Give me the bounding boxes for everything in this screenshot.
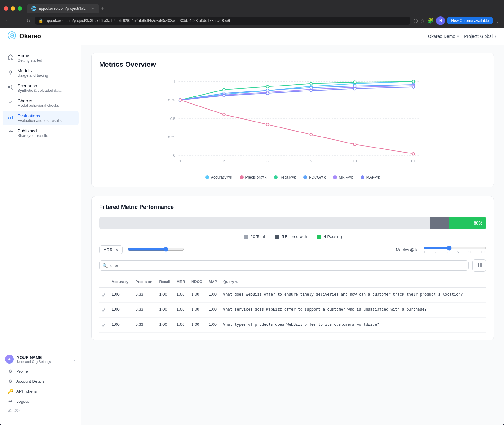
api-tokens-icon: 🔑	[8, 388, 13, 394]
window-controls[interactable]	[4, 6, 22, 11]
topbar-right: Okareo Demo ▾ Project: Global ▾	[428, 34, 496, 39]
filter-chip-remove[interactable]: ✕	[115, 247, 119, 252]
back-button[interactable]: ←	[4, 17, 11, 25]
project-selector[interactable]: Project: Global ▾	[464, 34, 496, 39]
reload-button[interactable]: ↻	[25, 17, 32, 25]
stat-total: 20 Total	[244, 234, 265, 239]
search-input[interactable]	[99, 260, 469, 271]
tab-close-button[interactable]: ✕	[91, 6, 95, 11]
home-icon	[8, 54, 14, 60]
sidebar-sub-profile[interactable]: ⚙ Profile	[3, 366, 79, 376]
sidebar-item-models[interactable]: Models Usage and tracing	[3, 66, 79, 80]
svg-rect-9	[10, 117, 11, 119]
svg-rect-10	[12, 116, 13, 119]
search-wrap: 🔍	[99, 260, 469, 271]
minimize-button[interactable]	[11, 6, 15, 11]
row-expand-0[interactable]: ⤢	[102, 292, 106, 298]
new-chrome-button[interactable]: New Chrome available	[447, 17, 493, 24]
share-button[interactable]: ⬡	[414, 18, 418, 24]
accuracy-legend-dot	[205, 175, 209, 179]
row-1-query: What services does WebBizz offer to supp…	[223, 307, 427, 312]
browser-menu-button[interactable]: ⋮	[495, 18, 500, 24]
table-row: ⤢ 1.00 0.33 1.00 1.00 1.00 1.00 What ser…	[99, 303, 486, 318]
browser-actions: ⬡ ☆ 🧩 H New Chrome available ⋮	[414, 16, 500, 25]
sidebar-sub-logout[interactable]: ↩ Logout	[3, 396, 79, 406]
forward-button[interactable]: →	[14, 17, 22, 25]
svg-point-59	[266, 123, 269, 126]
svg-point-54	[310, 89, 313, 92]
row-expand-2[interactable]: ⤢	[102, 322, 106, 328]
search-icon: 🔍	[102, 263, 108, 268]
close-button[interactable]	[4, 6, 8, 11]
svg-point-55	[353, 87, 356, 90]
sidebar: Home Getting started Models Usage and tr…	[0, 45, 81, 425]
row-0-recall: 1.00	[157, 288, 174, 303]
svg-point-60	[310, 133, 313, 136]
col-map: MAP	[206, 277, 221, 288]
sidebar-item-checks[interactable]: Checks Model behavioral checks	[3, 96, 79, 110]
sidebar-item-home[interactable]: Home Getting started	[3, 51, 79, 65]
filter-chip-mrr[interactable]: MRR ✕	[99, 245, 123, 254]
sidebar-item-checks-text: Checks Model behavioral checks	[18, 98, 59, 108]
svg-point-34	[223, 88, 225, 91]
row-0-query: What does WebBizz offer to ensure timely…	[223, 292, 463, 297]
row-2-query: What types of products does WebBizz offe…	[223, 322, 379, 327]
url-bar[interactable]: 🔒 app.okareo.com/project/3a3bd796-a3a1-4…	[35, 17, 410, 25]
row-2-map: 1.00	[206, 318, 221, 333]
browser-chrome: app.okareo.com/project/3a3... ✕ + ← → ↻ …	[0, 0, 504, 28]
chart-legend: Accuracy@k Precision@k Recall@k NDCG@k	[99, 175, 486, 179]
filter-row: MRR ✕ Metrics @ k: 1 2	[99, 245, 486, 254]
account-chevron-icon: ▾	[457, 34, 459, 39]
account-selector[interactable]: Okareo Demo ▾	[428, 34, 459, 39]
sidebar-sub-account-details[interactable]: ⚙ Account Details	[3, 376, 79, 386]
col-expand	[99, 277, 109, 288]
svg-rect-63	[477, 263, 478, 267]
project-label: Project: Global	[464, 34, 493, 39]
sidebar-item-evaluations-text: Evaluations Evaluation and test results	[18, 113, 62, 123]
col-precision: Precision	[133, 277, 157, 288]
sidebar-item-scenarios[interactable]: Scenarios Synthetic & uploaded data	[3, 81, 79, 95]
col-recall: Recall	[157, 277, 174, 288]
filter-chip-label: MRR	[103, 247, 113, 252]
svg-text:0: 0	[173, 153, 175, 157]
user-section[interactable]: ✦ YOUR NAME User and Org Settings ⌄	[3, 352, 79, 366]
logo-area: Okareo	[8, 31, 41, 42]
precision-legend-dot	[240, 175, 244, 179]
user-avatar-small: ✦	[5, 355, 14, 364]
metrics-k-slider[interactable]	[424, 246, 486, 251]
logo-text: Okareo	[19, 33, 41, 40]
svg-text:3: 3	[266, 159, 269, 163]
project-chevron-icon: ▾	[495, 34, 496, 39]
maximize-button[interactable]	[18, 6, 22, 11]
url-text: app.okareo.com/project/3a3bd796-a3a1-4ce…	[46, 18, 407, 23]
col-accuracy: Accuracy	[109, 277, 133, 288]
columns-button[interactable]	[472, 259, 486, 272]
tab-favicon	[31, 6, 36, 11]
passing-dot	[317, 235, 321, 239]
main-content: Metrics Overview 1 0.75 0.5 0.25	[81, 45, 504, 425]
row-2-ndcg: 1.00	[189, 318, 206, 333]
extensions-button[interactable]: 🧩	[427, 18, 434, 24]
filter-slider[interactable]	[128, 247, 184, 252]
browser-user-avatar[interactable]: H	[436, 16, 445, 25]
row-2-precision: 0.33	[133, 318, 157, 333]
bookmark-button[interactable]: ☆	[420, 18, 425, 24]
search-row: 🔍	[99, 259, 486, 272]
row-expand-1[interactable]: ⤢	[102, 307, 106, 313]
chart-container: 1 0.75 0.5 0.25 0 1 2 3 5 10 100	[99, 75, 486, 170]
legend-mrr: MRR@k	[333, 175, 353, 179]
progress-passing: 80%	[449, 217, 486, 229]
total-label: 20 Total	[250, 234, 265, 239]
sidebar-item-evaluations[interactable]: Evaluations Evaluation and test results	[3, 111, 79, 125]
row-2-mrr: 1.00	[174, 318, 189, 333]
svg-point-35	[266, 85, 269, 88]
col-query[interactable]: Query ⇅	[221, 277, 486, 288]
sidebar-item-scenarios-text: Scenarios Synthetic & uploaded data	[18, 83, 61, 93]
scenarios-icon	[8, 84, 14, 90]
legend-ndcg: NDCG@k	[303, 175, 326, 179]
browser-tab[interactable]: app.okareo.com/project/3a3... ✕	[27, 4, 99, 13]
sidebar-sub-api-tokens[interactable]: 🔑 API Tokens	[3, 386, 79, 396]
row-1-mrr: 1.00	[174, 303, 189, 318]
sidebar-item-published[interactable]: Published Share your results	[3, 126, 79, 140]
new-tab-button[interactable]: +	[101, 5, 105, 12]
